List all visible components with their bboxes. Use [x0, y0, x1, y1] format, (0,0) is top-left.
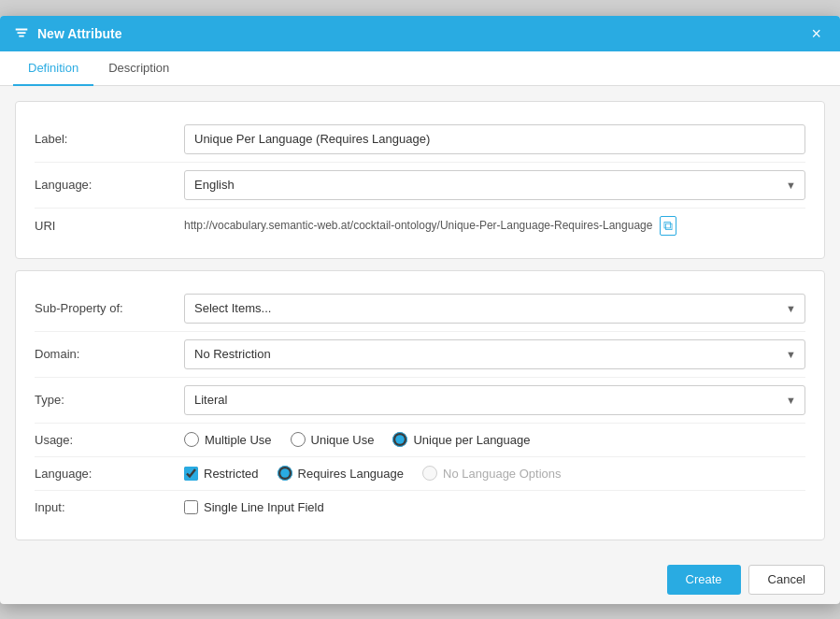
language-select-wrapper: English German French ▼ — [184, 170, 805, 200]
usage-unique-use[interactable]: Unique Use — [291, 432, 375, 447]
usage-radio-group: Multiple Use Unique Use Unique per Langu… — [184, 432, 805, 447]
domain-row: Domain: No Restriction ▼ — [35, 332, 805, 378]
sub-property-row: Sub-Property of: Select Items... ▼ — [35, 286, 805, 332]
usage-label: Usage: — [35, 433, 184, 447]
domain-control: No Restriction ▼ — [184, 339, 805, 369]
requires-language-radio[interactable] — [278, 466, 292, 481]
usage-row: Usage: Multiple Use Unique Use — [35, 424, 805, 457]
usage-multiple-use-label: Multiple Use — [205, 433, 272, 447]
uri-value: http://vocabulary.semantic-web.at/cockta… — [184, 219, 652, 232]
no-language-options-radio[interactable] — [422, 466, 437, 481]
uri-field-control: http://vocabulary.semantic-web.at/cockta… — [184, 216, 805, 236]
domain-select-wrapper: No Restriction ▼ — [184, 339, 805, 369]
dialog-title: New Attribute — [37, 26, 121, 41]
sub-property-label: Sub-Property of: — [35, 301, 184, 315]
uri-link-icon[interactable]: ⧉ — [660, 216, 676, 236]
restricted-checkbox-item[interactable]: Restricted — [184, 467, 259, 481]
input-label: Input: — [35, 500, 184, 514]
uri-content: http://vocabulary.semantic-web.at/cockta… — [184, 216, 805, 236]
language-options-control: Restricted Requires Language No Language… — [184, 466, 805, 481]
title-bar-left: New Attribute — [13, 25, 121, 42]
input-control: Single Line Input Field — [184, 500, 805, 514]
domain-select[interactable]: No Restriction — [184, 339, 805, 369]
single-line-label: Single Line Input Field — [204, 500, 324, 514]
title-bar: New Attribute × — [0, 16, 840, 51]
tab-description[interactable]: Description — [93, 51, 184, 86]
type-label: Type: — [35, 393, 184, 407]
usage-unique-per-language[interactable]: Unique per Language — [392, 432, 530, 447]
language-options-label: Language: — [35, 467, 184, 481]
section-advanced: Sub-Property of: Select Items... ▼ Domai… — [15, 270, 825, 540]
language-field-control: English German French ▼ — [184, 170, 805, 200]
restricted-checkbox[interactable] — [184, 467, 198, 481]
sub-property-control: Select Items... ▼ — [184, 294, 805, 324]
type-select-wrapper: Literal String Integer Boolean ▼ — [184, 385, 805, 415]
input-row: Input: Single Line Input Field — [35, 491, 805, 525]
label-field-control — [184, 124, 805, 154]
type-control: Literal String Integer Boolean ▼ — [184, 385, 805, 415]
restricted-label: Restricted — [204, 467, 259, 481]
app-icon — [13, 25, 30, 42]
label-field-label: Label: — [35, 132, 184, 146]
create-button[interactable]: Create — [667, 565, 741, 595]
label-input[interactable] — [184, 124, 805, 154]
usage-unique-use-radio[interactable] — [291, 432, 306, 447]
single-line-checkbox[interactable] — [184, 500, 198, 514]
uri-field-label: URI — [35, 219, 184, 233]
single-line-checkbox-item[interactable]: Single Line Input Field — [184, 500, 805, 514]
close-button[interactable]: × — [805, 23, 827, 44]
sub-property-select-wrapper: Select Items... ▼ — [184, 294, 805, 324]
dialog: New Attribute × Definition Description L… — [0, 16, 840, 604]
cancel-button[interactable]: Cancel — [748, 565, 825, 595]
usage-unique-use-label: Unique Use — [311, 433, 375, 447]
usage-control: Multiple Use Unique Use Unique per Langu… — [184, 432, 805, 447]
language-options-group: Restricted Requires Language No Language… — [184, 466, 805, 481]
usage-multiple-use[interactable]: Multiple Use — [184, 432, 272, 447]
type-row: Type: Literal String Integer Boolean ▼ — [35, 378, 805, 424]
label-row: Label: — [35, 117, 805, 163]
section-basic: Label: Language: English German French ▼ — [15, 101, 825, 259]
uri-row: URI http://vocabulary.semantic-web.at/co… — [35, 209, 805, 243]
language-field-label: Language: — [35, 178, 184, 192]
footer: Create Cancel — [0, 555, 840, 604]
usage-unique-per-language-radio[interactable] — [392, 432, 407, 447]
sub-property-select[interactable]: Select Items... — [184, 294, 805, 324]
no-language-options-radio-item[interactable]: No Language Options — [422, 466, 561, 481]
tab-definition[interactable]: Definition — [13, 51, 93, 86]
requires-language-radio-item[interactable]: Requires Language — [278, 466, 404, 481]
type-select[interactable]: Literal String Integer Boolean — [184, 385, 805, 415]
usage-multiple-use-radio[interactable] — [184, 432, 199, 447]
no-language-options-label: No Language Options — [443, 467, 561, 481]
language-select[interactable]: English German French — [184, 170, 805, 200]
usage-unique-per-language-label: Unique per Language — [413, 433, 530, 447]
content-area: Label: Language: English German French ▼ — [0, 86, 840, 555]
tab-bar: Definition Description — [0, 51, 840, 86]
language-options-row: Language: Restricted Requires Language — [35, 457, 805, 491]
language-row: Language: English German French ▼ — [35, 163, 805, 209]
domain-label: Domain: — [35, 347, 184, 361]
requires-language-label: Requires Language — [298, 467, 404, 481]
